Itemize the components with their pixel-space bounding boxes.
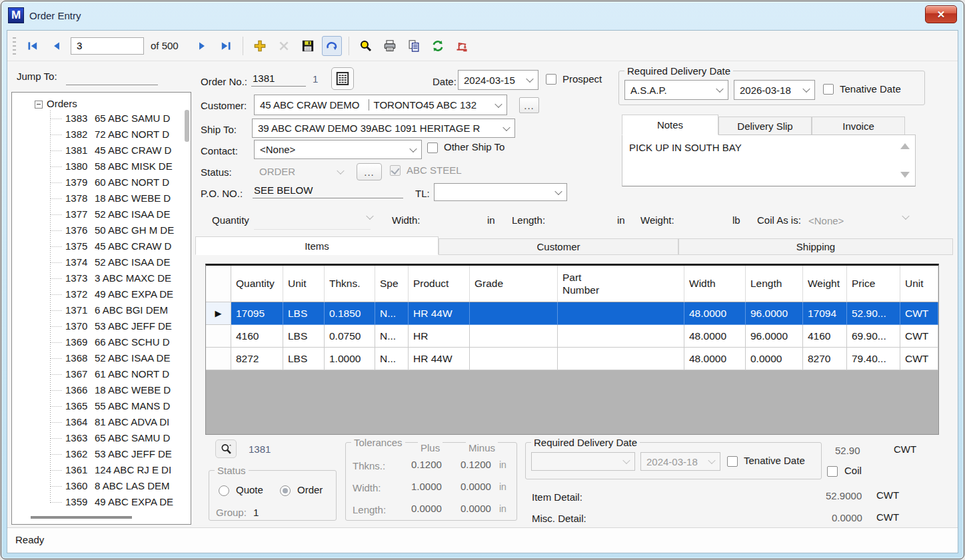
tree-item-order[interactable]: 135949 ABC EXPA DE: [12, 494, 191, 510]
tree-item-order[interactable]: 136618 ABC WEBE D: [12, 382, 191, 398]
abc-steel-checkbox[interactable]: [390, 165, 401, 176]
rdd-date-combobox[interactable]: 2026-03-18: [734, 80, 815, 100]
grid-cell[interactable]: N...: [375, 302, 409, 325]
grid-column-header[interactable]: Weight: [803, 266, 847, 302]
tree-item-order[interactable]: 13716 ABC BGI DEM: [12, 302, 191, 318]
grid-cell[interactable]: [558, 302, 684, 325]
grid-column-header[interactable]: Grade: [470, 266, 558, 302]
tree-item-order[interactable]: 137249 ABC EXPA DE: [12, 286, 191, 302]
grid-row[interactable]: ▶17095LBS0.1850N...HR 44W48.000096.00001…: [206, 302, 938, 325]
tree-item-order[interactable]: 137752 ABC ISAA DE: [12, 206, 191, 222]
toolbar-grip[interactable]: [13, 37, 16, 55]
tree-item-order[interactable]: 136365 ABC SAMU D: [12, 430, 191, 446]
orders-tree-root[interactable]: Orders: [12, 93, 191, 111]
rdd-bottom-date-combobox[interactable]: 2024-03-18: [640, 452, 720, 471]
grid-column-header[interactable]: Product: [409, 266, 470, 302]
row-selector[interactable]: [206, 325, 231, 348]
grid-cell[interactable]: 0.1850: [325, 302, 375, 325]
status-combobox[interactable]: ORDER: [254, 162, 349, 180]
grid-cell[interactable]: 96.0000: [746, 325, 803, 348]
grid-cell[interactable]: [470, 302, 558, 325]
tab-notes[interactable]: Notes: [622, 115, 718, 135]
tree-horizontal-scrollbar[interactable]: [31, 516, 132, 519]
chevron-down-icon[interactable]: [902, 212, 909, 220]
grid-cell[interactable]: 8272: [231, 348, 283, 370]
tree-item-order[interactable]: 138365 ABC SAMU D: [12, 111, 191, 127]
grid-cell[interactable]: 8270: [803, 348, 847, 370]
print-button[interactable]: [380, 36, 400, 56]
prospect-checkbox[interactable]: [546, 74, 556, 85]
scroll-up-icon[interactable]: [900, 143, 910, 149]
grid-cell[interactable]: 4160: [231, 325, 283, 348]
quote-radio[interactable]: [219, 485, 229, 496]
grid-cell[interactable]: [470, 325, 558, 348]
grid-cell[interactable]: CWT: [900, 348, 938, 370]
grid-cell[interactable]: CWT: [900, 325, 938, 348]
tree-item-order[interactable]: 138058 ABC MISK DE: [12, 158, 191, 174]
contact-combobox[interactable]: <None>: [254, 140, 422, 159]
refresh-button[interactable]: [428, 36, 448, 56]
tree-item-order[interactable]: 136761 ABC NORT D: [12, 366, 191, 382]
grid-cell[interactable]: 1.0000: [325, 348, 375, 370]
tl-combobox[interactable]: [434, 183, 567, 201]
add-record-button[interactable]: [250, 36, 270, 56]
grid-cell[interactable]: 48.0000: [684, 302, 746, 325]
grid-cell[interactable]: 17095: [231, 302, 283, 325]
grid-row[interactable]: 4160LBS0.0750N...HR48.000096.0000416069.…: [206, 325, 938, 348]
grid-cell[interactable]: 17094: [803, 302, 847, 325]
tree-item-order[interactable]: 137452 ABC ISAA DE: [12, 254, 191, 270]
redo-button[interactable]: [322, 36, 342, 56]
next-record-button[interactable]: [192, 36, 212, 56]
grid-cell[interactable]: 0.0000: [746, 348, 803, 370]
copy-button[interactable]: [404, 36, 424, 56]
find-button[interactable]: [356, 36, 376, 56]
first-record-button[interactable]: [23, 36, 43, 56]
grid-cell[interactable]: 48.0000: [684, 325, 746, 348]
grid-cell[interactable]: 4160: [803, 325, 847, 348]
date-combobox[interactable]: 2024-03-15: [458, 70, 538, 90]
grid-cell[interactable]: 0.0750: [325, 325, 375, 348]
tree-item-order[interactable]: 137650 ABC GH M DE: [12, 222, 191, 238]
crane-button[interactable]: [452, 36, 472, 56]
grid-column-header[interactable]: Spe: [375, 266, 409, 302]
tab-customer[interactable]: Customer: [439, 238, 678, 255]
grid-column-header[interactable]: Quantity: [231, 266, 283, 302]
tree-item-order[interactable]: 137545 ABC CRAW D: [12, 238, 191, 254]
previous-record-button[interactable]: [47, 36, 67, 56]
grid-cell[interactable]: 48.0000: [684, 348, 746, 370]
grid-column-header[interactable]: Width: [684, 266, 746, 302]
grid-column-header[interactable]: Price: [847, 266, 900, 302]
tree-vertical-scrollbar[interactable]: [185, 110, 189, 142]
grid-cell[interactable]: N...: [375, 348, 409, 370]
save-button[interactable]: [298, 36, 318, 56]
tree-item-order[interactable]: 137818 ABC WEBE D: [12, 190, 191, 206]
tree-item-order[interactable]: 136852 ABC ISAA DE: [12, 350, 191, 366]
tree-item-order[interactable]: 13608 ABC LAS DEM: [12, 478, 191, 494]
ship-to-combobox[interactable]: 39 ABC CRAW DEMO 39ABC 1091 HERITAGE R: [252, 119, 515, 138]
notes-textarea[interactable]: PICK UP IN SOUTH BAY: [622, 135, 916, 186]
jump-to-input[interactable]: [66, 69, 158, 85]
grid-column-header[interactable]: Length: [746, 266, 803, 302]
grid-cell[interactable]: 52.90...: [847, 302, 900, 325]
order-grid-button[interactable]: [331, 67, 354, 90]
last-record-button[interactable]: [216, 36, 236, 56]
tree-item-order[interactable]: 136555 ABC MANS D: [12, 398, 191, 414]
grid-cell[interactable]: 69.90...: [847, 325, 900, 348]
grid-cell[interactable]: HR 44W: [409, 348, 470, 370]
grid-cell[interactable]: LBS: [283, 325, 325, 348]
scroll-down-icon[interactable]: [900, 172, 910, 178]
grid-cell[interactable]: 79.40...: [847, 348, 900, 370]
tab-delivery-slip[interactable]: Delivery Slip: [718, 117, 812, 135]
chevron-down-icon[interactable]: [366, 212, 373, 220]
row-selector[interactable]: ▶: [206, 302, 231, 325]
grid-cell[interactable]: [558, 348, 684, 370]
grid-cell[interactable]: [470, 348, 558, 370]
tree-item-order[interactable]: 138272 ABC NORT D: [12, 127, 191, 142]
customer-lookup-button[interactable]: ...: [519, 97, 539, 113]
collapse-icon[interactable]: [35, 101, 43, 109]
grid-column-header[interactable]: Unit: [900, 266, 938, 302]
order-no-input[interactable]: [251, 71, 306, 87]
customer-combobox[interactable]: 45 ABC CRAW DEMO TORONTO45 ABC 132: [254, 95, 507, 115]
grid-cell[interactable]: HR: [409, 325, 470, 348]
tab-invoice[interactable]: Invoice: [812, 117, 905, 135]
